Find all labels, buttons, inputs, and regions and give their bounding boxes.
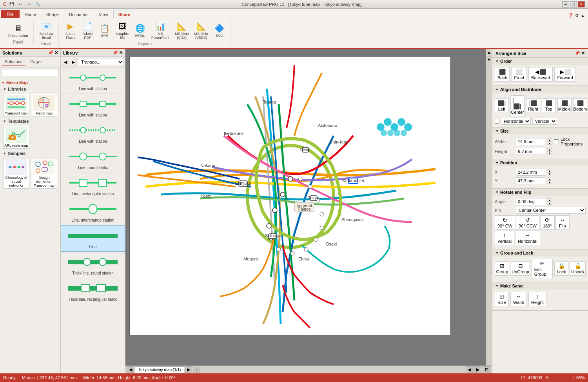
page-add-button[interactable]: + xyxy=(193,367,199,373)
library-close-icon[interactable]: ✕ xyxy=(119,50,123,55)
tab-home[interactable]: Home xyxy=(20,11,41,18)
canvas-scroll-right[interactable]: ▶ xyxy=(474,366,481,373)
lib-item-thick-round[interactable]: Thick line, round station xyxy=(61,252,125,278)
lock-button[interactable]: 🔒 Lock xyxy=(554,261,568,276)
minimize-button[interactable]: ─ xyxy=(562,1,569,7)
library-dropdown[interactable]: Transpo... xyxy=(78,58,124,66)
tab-share[interactable]: Share xyxy=(113,11,136,18)
group-button[interactable]: ⊞ Group xyxy=(495,261,509,276)
make-same-width-button[interactable]: ↔ Width xyxy=(510,292,527,306)
libraries-subsection[interactable]: Libraries xyxy=(2,86,59,92)
scroll-down-button[interactable]: ▼ xyxy=(486,56,492,62)
align-horizontal-dropdown[interactable]: Horizontal xyxy=(501,118,531,125)
chronology-thumbnail[interactable]: Chronology of social networks xyxy=(3,158,29,189)
transport-map-thumbnail[interactable]: Transport map xyxy=(3,94,29,116)
tab-shape[interactable]: Shape xyxy=(41,11,64,18)
arrange-close-icon[interactable]: ✕ xyxy=(581,51,585,55)
restore-button[interactable]: ❐ xyxy=(570,1,577,7)
tab-solutions[interactable]: Solutions xyxy=(2,58,25,65)
position-section-header[interactable]: Position xyxy=(492,159,588,166)
presentation-button[interactable]: 🖥 Presentation xyxy=(6,23,30,39)
lib-back-button[interactable]: ◀ xyxy=(62,59,69,65)
lib-item-line[interactable]: Line xyxy=(61,225,125,252)
samples-subsection[interactable]: Samples xyxy=(2,150,59,156)
width-increment[interactable]: ▲ xyxy=(547,138,552,142)
ungroup-button[interactable]: ⊟ UnGroup xyxy=(511,261,530,276)
align-center-button[interactable]: |⬛| Center xyxy=(510,95,524,116)
lib-forward-button[interactable]: ▶ xyxy=(70,59,77,65)
align-section-header[interactable]: Align and Distribute xyxy=(492,86,588,93)
arl-route-thumbnail[interactable]: ✈ ARL route map xyxy=(3,126,29,149)
quick-save[interactable]: 💾 xyxy=(8,1,15,8)
zoom-slider[interactable]: ──── xyxy=(558,375,570,380)
send-email-button[interactable]: 📧 Send viaEmail xyxy=(38,20,55,41)
lib-item-line-interchange[interactable]: Line, interchange station xyxy=(61,199,125,225)
library-pin-icon[interactable]: 📌 xyxy=(113,50,118,55)
pin-dropdown[interactable]: Center-Center xyxy=(516,207,586,214)
quick-redo[interactable]: ↪ xyxy=(25,1,33,8)
ms-visio-vsdx-button[interactable]: 📐 MS Visio(VSDX) xyxy=(192,20,210,41)
canvas-fit[interactable]: ⊡ xyxy=(483,366,490,373)
x-input[interactable] xyxy=(516,169,545,176)
tab-pages[interactable]: Pages xyxy=(27,58,45,65)
angle-increment[interactable]: ▲ xyxy=(547,198,552,202)
solutions-close-icon[interactable]: ✕ xyxy=(54,50,58,55)
solutions-search-input[interactable] xyxy=(2,69,59,76)
adobe-flash-button[interactable]: ▶ AdobeFlash xyxy=(63,20,78,41)
close-button[interactable]: ✕ xyxy=(578,1,585,7)
tab-document[interactable]: Document xyxy=(64,11,94,18)
canvas-scroll-left[interactable]: ◀ xyxy=(466,366,473,373)
metro-map-thumbnail[interactable]: Metro map xyxy=(31,94,57,116)
tab-file[interactable]: File xyxy=(1,10,20,18)
adobe-pdf-button[interactable]: 📄 AdobePDF xyxy=(80,20,96,41)
lib-item-line-station-2[interactable]: Line with station xyxy=(61,94,125,120)
rotate-180-button[interactable]: ⟳ 180° xyxy=(540,215,555,230)
backward-button[interactable]: ◀⬛ Backward xyxy=(528,67,553,82)
angle-input[interactable] xyxy=(516,198,545,205)
quick-undo[interactable]: ↩ xyxy=(17,1,24,8)
ribbon-minimize-icon[interactable]: ▲ xyxy=(581,13,585,18)
back-button[interactable]: ⬛ Back xyxy=(495,67,510,82)
size-section-header[interactable]: Size xyxy=(492,127,588,135)
x-increment[interactable]: ▲ xyxy=(547,169,552,172)
group-lock-section-header[interactable]: Group and Lock xyxy=(492,249,588,256)
width-decrement[interactable]: ▼ xyxy=(547,142,552,145)
tab-view[interactable]: View xyxy=(94,11,113,18)
make-same-size-button[interactable]: ⊡ Size xyxy=(495,292,509,306)
height-decrement[interactable]: ▼ xyxy=(547,151,552,155)
align-checkbox[interactable] xyxy=(495,119,499,124)
zoom-in-button[interactable]: + xyxy=(572,375,575,381)
rotate-section-header[interactable]: Rotate and Flip xyxy=(492,189,588,196)
flip-vertical-button[interactable]: ↕ Vertical xyxy=(495,231,514,245)
lib-item-line-rect[interactable]: Line, rectangular station xyxy=(61,173,125,199)
metro-map-section[interactable]: Metro Map xyxy=(2,80,59,86)
arrange-pin-icon[interactable]: 📌 xyxy=(575,51,580,55)
edit-group-button[interactable]: ✏ Edit Group xyxy=(532,259,553,278)
align-bottom-button[interactable]: ⬛ Bottom xyxy=(573,98,587,113)
align-vertical-dropdown[interactable]: Vertical xyxy=(532,118,557,125)
flip-horizontal-button[interactable]: ↔ Horizontal xyxy=(515,231,540,245)
svg-button[interactable]: 🔷 SVG xyxy=(212,22,227,39)
height-increment[interactable]: ▲ xyxy=(547,148,552,151)
ms-powerpoint-button[interactable]: 📊 MSPowerPoint xyxy=(149,20,171,41)
forward-button[interactable]: ▶⬜ Forward xyxy=(554,67,575,82)
ms-visio-vdx-button[interactable]: 📐 MS Visio(VDX) xyxy=(173,20,191,41)
angle-decrement[interactable]: ▼ xyxy=(547,202,552,205)
drawing-canvas[interactable]: Shinjuku Shibuya Tokyo Ueno Imperial Pal… xyxy=(129,57,451,335)
align-right-button[interactable]: |⬛ Right xyxy=(526,98,540,113)
y-increment[interactable]: ▲ xyxy=(547,178,552,181)
html-button[interactable]: 🌐 HTML xyxy=(132,22,148,39)
eps-button[interactable]: 📋 EPS xyxy=(97,22,113,39)
page-tab-1[interactable]: Tokyo subway map (1/1) xyxy=(135,366,184,373)
page-prev-button[interactable]: ◀ xyxy=(127,366,134,373)
lib-item-thick-rect[interactable]: Thick line, rectangular static xyxy=(61,278,125,304)
scroll-up-button[interactable]: ▲ xyxy=(486,49,492,55)
graphic-file-button[interactable]: 🖼 Graphicfile xyxy=(114,21,131,41)
x-decrement[interactable]: ▼ xyxy=(547,172,552,175)
lib-item-line-station-1[interactable]: Line with station xyxy=(61,67,125,94)
canvas-container[interactable]: ▲ ▼ xyxy=(125,49,492,366)
make-same-section-header[interactable]: Make Same xyxy=(492,282,588,289)
front-button[interactable]: ⬜ Front xyxy=(511,67,527,82)
templates-subsection[interactable]: Templates xyxy=(2,118,59,124)
unlock-button[interactable]: 🔓 Unlock xyxy=(570,261,586,276)
